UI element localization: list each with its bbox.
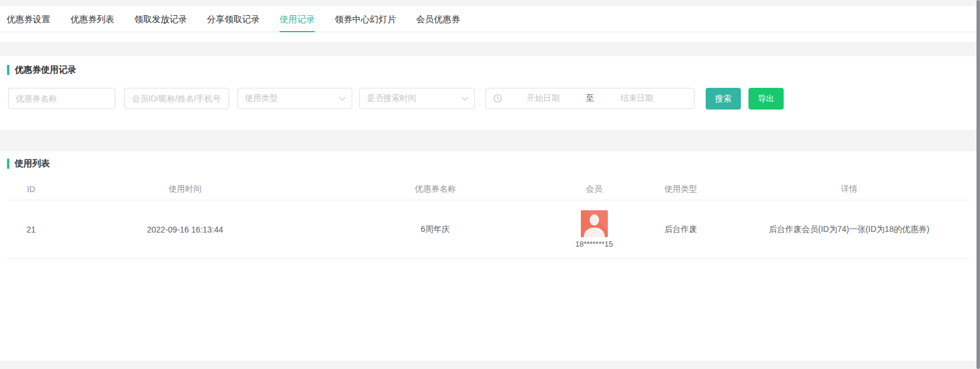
tab-item-3[interactable]: 领取发放记录 [134, 6, 187, 32]
column-header-2: 使用时间 [55, 184, 315, 194]
cell-id: 21 [7, 225, 55, 234]
cell-detail: 后台作废会员(ID为74)一张(ID为18的优惠券) [729, 224, 969, 235]
usage-list-section-title: 使用列表 [15, 158, 50, 169]
date-range-separator: 至 [583, 93, 597, 104]
search-time-select-value: 是否搜索时间 [367, 93, 416, 104]
tab-item-6[interactable]: 领券中心幻灯片 [335, 6, 396, 32]
tab-bar: 优惠券设置优惠券列表领取发放记录分享领取记录使用记录领券中心幻灯片会员优惠券 [0, 6, 976, 32]
clock-icon [493, 94, 502, 103]
date-range-picker[interactable]: 开始日期 至 结束日期 [485, 88, 695, 109]
tab-bar-card: 优惠券设置优惠券列表领取发放记录分享领取记录使用记录领券中心幻灯片会员优惠券 [0, 6, 976, 42]
member-search-input[interactable] [124, 88, 229, 109]
tab-item-4[interactable]: 分享领取记录 [207, 6, 260, 32]
tab-item-5[interactable]: 使用记录 [280, 6, 315, 32]
member-phone: 18*******15 [575, 240, 612, 248]
cell-member: 18*******15 [556, 210, 632, 248]
start-date-input[interactable]: 开始日期 [503, 93, 583, 104]
export-button[interactable]: 导出 [748, 88, 784, 110]
scrollbar[interactable] [976, 0, 980, 369]
filter-card: 优惠券使用记录 使用类型 是否搜索时间 开始日期 至 结束日期 搜索 导出 [0, 56, 976, 130]
usage-list-card: 使用列表 ID使用时间优惠券名称会员使用类型详情 21 2022-09-16 1… [0, 151, 976, 361]
section-accent-bar [7, 159, 9, 169]
member-avatar [581, 210, 608, 237]
usage-list-section-header: 使用列表 [7, 158, 50, 169]
cell-used-time: 2022-09-16 16:13:44 [55, 225, 315, 234]
table-row: 21 2022-09-16 16:13:44 6周年庆 18*******15 … [7, 200, 969, 259]
filter-section-header: 优惠券使用记录 [7, 64, 76, 76]
section-accent-bar [7, 65, 9, 75]
column-header-6: 详情 [729, 184, 969, 194]
usage-type-select-value: 使用类型 [245, 93, 278, 104]
tab-item-7[interactable]: 会员优惠券 [416, 6, 460, 32]
scrollbar-thumb[interactable] [976, 0, 980, 369]
filter-section-title: 优惠券使用记录 [15, 64, 76, 76]
chevron-down-icon [339, 94, 345, 100]
cell-usage-type: 后台作废 [632, 224, 729, 235]
coupon-name-input[interactable] [8, 88, 115, 109]
column-header-5: 使用类型 [632, 184, 729, 194]
table-header-row: ID使用时间优惠券名称会员使用类型详情 [7, 178, 969, 200]
column-header-1: ID [7, 184, 55, 194]
column-header-3: 优惠券名称 [315, 184, 556, 194]
end-date-input[interactable]: 结束日期 [597, 93, 677, 104]
tab-item-1[interactable]: 优惠券设置 [6, 6, 50, 32]
search-time-select[interactable]: 是否搜索时间 [359, 88, 475, 109]
column-header-4: 会员 [556, 184, 632, 194]
chevron-down-icon [461, 94, 468, 100]
usage-type-select[interactable]: 使用类型 [237, 88, 352, 109]
search-button[interactable]: 搜索 [706, 88, 741, 110]
tab-item-2[interactable]: 优惠券列表 [70, 6, 114, 32]
cell-coupon-name: 6周年庆 [315, 224, 556, 235]
